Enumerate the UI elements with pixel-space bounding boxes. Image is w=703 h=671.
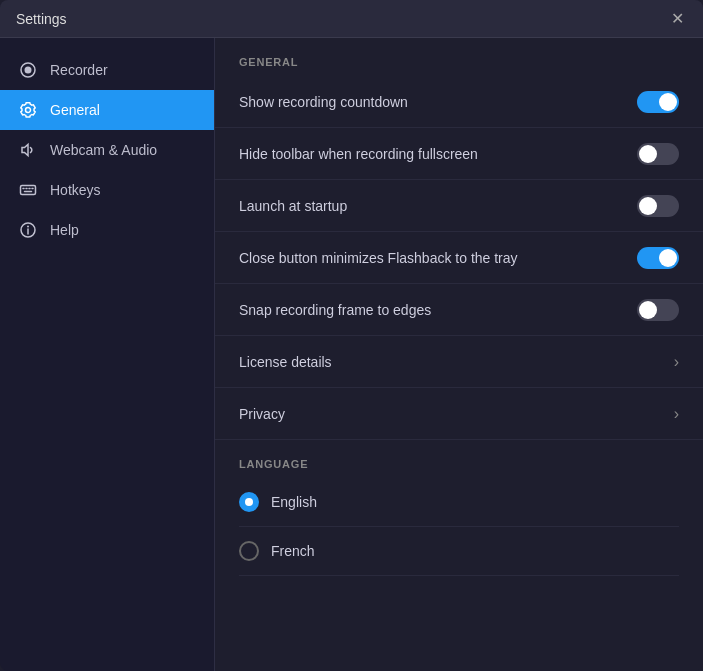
general-section-header: GENERAL: [215, 38, 703, 76]
sidebar-item-hotkeys[interactable]: Hotkeys: [0, 170, 214, 210]
sidebar-item-general[interactable]: General: [0, 90, 214, 130]
info-icon: [18, 220, 38, 240]
close-minimize-label: Close button minimizes Flashback to the …: [239, 250, 518, 266]
french-label: French: [271, 543, 315, 559]
sidebar-item-label-help: Help: [50, 222, 79, 238]
toggle-knob: [659, 249, 677, 267]
settings-panel: GENERAL Show recording countdown Hide to…: [215, 38, 703, 671]
sidebar: Recorder General Webca: [0, 38, 215, 671]
license-label: License details: [239, 354, 332, 370]
chevron-right-icon: ›: [674, 353, 679, 371]
snap-frame-toggle[interactable]: [637, 299, 679, 321]
snap-frame-row: Snap recording frame to edges: [215, 284, 703, 336]
sidebar-item-label-webcam: Webcam & Audio: [50, 142, 157, 158]
record-icon: [18, 60, 38, 80]
svg-point-10: [27, 226, 29, 228]
license-row[interactable]: License details ›: [215, 336, 703, 388]
language-section: English French: [215, 478, 703, 576]
launch-startup-toggle[interactable]: [637, 195, 679, 217]
svg-point-1: [25, 67, 32, 74]
toggle-knob: [639, 145, 657, 163]
language-option-french[interactable]: French: [239, 527, 679, 576]
privacy-row[interactable]: Privacy ›: [215, 388, 703, 440]
show-countdown-toggle[interactable]: [637, 91, 679, 113]
window-title: Settings: [16, 11, 67, 27]
hide-toolbar-toggle[interactable]: [637, 143, 679, 165]
launch-startup-label: Launch at startup: [239, 198, 347, 214]
gear-icon: [18, 100, 38, 120]
close-minimize-toggle[interactable]: [637, 247, 679, 269]
svg-rect-2: [21, 186, 36, 195]
toggle-knob: [659, 93, 677, 111]
language-option-english[interactable]: English: [239, 478, 679, 527]
close-button[interactable]: ✕: [667, 9, 687, 29]
show-countdown-label: Show recording countdown: [239, 94, 408, 110]
privacy-label: Privacy: [239, 406, 285, 422]
radio-inner-english: [245, 498, 253, 506]
chevron-right-icon: ›: [674, 405, 679, 423]
launch-startup-row: Launch at startup: [215, 180, 703, 232]
hide-toolbar-row: Hide toolbar when recording fullscreen: [215, 128, 703, 180]
hide-toolbar-label: Hide toolbar when recording fullscreen: [239, 146, 478, 162]
keyboard-icon: [18, 180, 38, 200]
settings-window: Settings ✕ Recorder: [0, 0, 703, 671]
sidebar-item-label-hotkeys: Hotkeys: [50, 182, 101, 198]
titlebar: Settings ✕: [0, 0, 703, 38]
radio-french[interactable]: [239, 541, 259, 561]
speaker-icon: [18, 140, 38, 160]
language-section-header: LANGUAGE: [215, 440, 703, 478]
radio-english[interactable]: [239, 492, 259, 512]
sidebar-item-label-general: General: [50, 102, 100, 118]
sidebar-item-help[interactable]: Help: [0, 210, 214, 250]
sidebar-item-recorder[interactable]: Recorder: [0, 50, 214, 90]
snap-frame-label: Snap recording frame to edges: [239, 302, 431, 318]
close-minimize-row: Close button minimizes Flashback to the …: [215, 232, 703, 284]
show-countdown-row: Show recording countdown: [215, 76, 703, 128]
toggle-knob: [639, 197, 657, 215]
english-label: English: [271, 494, 317, 510]
toggle-knob: [639, 301, 657, 319]
sidebar-item-label-recorder: Recorder: [50, 62, 108, 78]
main-content: Recorder General Webca: [0, 38, 703, 671]
sidebar-item-webcam-audio[interactable]: Webcam & Audio: [0, 130, 214, 170]
